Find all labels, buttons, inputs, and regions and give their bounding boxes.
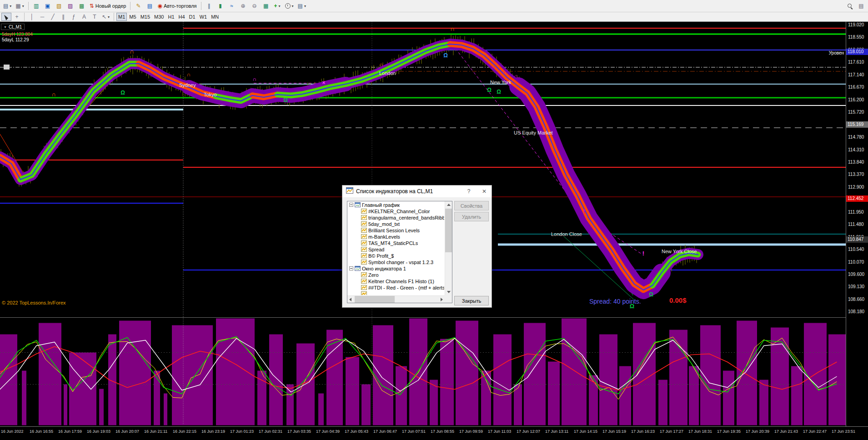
histogram-bar [0, 335, 17, 425]
histogram-bar [791, 366, 803, 425]
price-scale[interactable]: 119.020118.550118.080117.610117.140116.6… [846, 22, 868, 426]
zoom-out-icon: ⊖ [252, 3, 257, 9]
timeframe-h4[interactable]: H4 [177, 13, 187, 21]
symbol-tab[interactable]: ▼ CL,M1 [1, 24, 25, 30]
vertical-line-button[interactable]: │ [27, 13, 37, 21]
new-chart-button[interactable]: ▤▾ [1, 1, 13, 11]
histogram-bar [164, 394, 167, 425]
histogram-bar [64, 385, 67, 425]
scroll-up-icon[interactable] [447, 204, 451, 206]
templates-button[interactable]: ▤▾ [296, 1, 308, 11]
indicator-name: ##TDI - Red - Green - (mtf + alerts +arr [368, 285, 444, 290]
navigator-button[interactable]: ▧ [54, 1, 65, 11]
properties-button[interactable]: Свойства [454, 201, 489, 210]
window-list-button[interactable]: ▤ [856, 1, 867, 11]
expander-icon[interactable] [349, 266, 353, 271]
timeframe-m15[interactable]: M15 [139, 13, 152, 21]
chart-text-profit-label: 0.00$ [669, 296, 687, 304]
histogram-bar [633, 323, 656, 425]
trendline-button[interactable]: ╱ [48, 13, 58, 21]
indicator-item-row[interactable]: Keltner Channels F1 Histo (1) [348, 278, 444, 285]
indicator-item-row[interactable] [348, 291, 444, 295]
timeframe-m1[interactable]: M1 [116, 13, 127, 21]
indicator-item-row[interactable]: 5day_mod_txt [348, 221, 444, 227]
indicator-item-row[interactable]: Brilliant Session Levels [348, 227, 444, 234]
arrows-button[interactable]: ↖▾ [100, 13, 111, 21]
zoom-out-button[interactable]: ⊖ [249, 1, 260, 11]
price-scale-label: 109.600 [848, 272, 864, 277]
indicator-group-row[interactable]: Окно индикатора 1 [348, 265, 444, 272]
vertical-scrollbar[interactable] [445, 201, 452, 295]
indicator-list[interactable]: Главный график#KELTNER_Channel_Colortria… [347, 201, 452, 303]
timeframe-h1[interactable]: H1 [166, 13, 176, 21]
indicator-item-row[interactable]: Zero [348, 272, 444, 278]
channel-button[interactable]: ∥ [58, 13, 68, 21]
indicator-item-row[interactable]: Spread [348, 246, 444, 253]
candlestick-button[interactable]: ▮ [215, 1, 226, 11]
horizontal-line-button[interactable]: ─ [37, 13, 47, 21]
signal-marker-icon: ! [583, 208, 585, 215]
scroll-right-icon[interactable] [441, 298, 443, 301]
metaeditor-button[interactable]: ✎ [133, 1, 144, 11]
indicator-item-row[interactable]: #KELTNER_Channel_Color [348, 208, 444, 215]
dialog-close-icon[interactable]: ✕ [478, 185, 491, 197]
timeframe-mn[interactable]: MN [209, 13, 221, 21]
time-axis-label: 17 Jun 02:31 [259, 429, 282, 434]
timeframe-w1[interactable]: W1 [198, 13, 209, 21]
dialog-help-button[interactable]: ? [462, 185, 475, 197]
text-label-button[interactable]: T [90, 13, 100, 21]
crosshair-button[interactable]: + [12, 13, 22, 21]
histogram-bar [286, 385, 294, 425]
timeframe-m5[interactable]: M5 [127, 13, 138, 21]
time-axis-label: 16 Jun 17:59 [58, 429, 82, 434]
zoom-in-button[interactable]: ⊕ [238, 1, 249, 11]
delete-button[interactable]: Удалить [454, 212, 489, 221]
close-button[interactable]: Закрыть [454, 296, 489, 305]
search-button[interactable] [844, 1, 855, 11]
indicator-item-row[interactable]: Symbol changer - vspat 1.2.3 [348, 259, 444, 265]
scrollbar-thumb[interactable] [355, 296, 395, 303]
indicator-name: B© Profit_$ [368, 253, 394, 259]
timeframe-d1[interactable]: D1 [187, 13, 197, 21]
navigator-icon: ▧ [56, 3, 61, 9]
time-axis[interactable]: 16 Jun 202216 Jun 16:5516 Jun 17:5916 Ju… [0, 426, 868, 440]
auto-trading-button[interactable]: ◉Авто-торговля [156, 1, 198, 11]
search-icon [847, 3, 853, 9]
cursor-button[interactable] [1, 13, 11, 21]
fibonacci-button[interactable]: ƒ [69, 13, 79, 21]
scroll-left-icon[interactable] [349, 298, 351, 301]
indicator-group-row[interactable]: Главный график [348, 202, 444, 208]
chart-text-spread-label: Spread: 40 points. [589, 298, 641, 305]
market-watch-button[interactable]: ▥ [31, 1, 42, 11]
indicator-item-row[interactable]: B© Profit_$ [348, 253, 444, 259]
strategy-tester-button[interactable]: ▩ [76, 1, 87, 11]
terminal-button[interactable]: ▨ [65, 1, 76, 11]
indicator-pane-canvas[interactable] [0, 318, 846, 426]
line-chart-button[interactable]: ≈ [226, 1, 237, 11]
toolbar-separator [130, 2, 130, 10]
histogram-bar [689, 366, 699, 425]
history-center-button[interactable]: ▤ [144, 1, 155, 11]
metaeditor-icon: ✎ [136, 3, 140, 9]
indicator-item-row[interactable]: triangularma_centered_bandsRibbonV3 [348, 215, 444, 221]
data-window-button[interactable]: ▣ [42, 1, 53, 11]
time-axis-label: 17 Jun 15:19 [602, 429, 626, 434]
bar-chart-button[interactable]: ∥ [204, 1, 215, 11]
histogram-bar [737, 321, 757, 425]
text-button[interactable]: A [79, 13, 89, 21]
dialog-titlebar[interactable]: Список индикаторов на CL,M1 ? ✕ [342, 185, 492, 197]
timeframe-m30[interactable]: M30 [152, 13, 166, 21]
profiles-button[interactable]: ▦▾ [14, 1, 25, 11]
horizontal-scrollbar[interactable] [347, 295, 445, 303]
scrollbar-thumb[interactable] [445, 209, 452, 252]
indicator-item-row[interactable]: m-BankLevels [348, 234, 444, 240]
indicator-icon [361, 253, 367, 259]
periods-button[interactable]: ▾ [283, 1, 296, 11]
expander-icon[interactable] [349, 202, 353, 208]
indicator-item-row[interactable]: TAS_MT4_StaticPCLs [348, 240, 444, 246]
indicators-button[interactable]: +▾ [272, 1, 283, 11]
tile-windows-button[interactable]: ▦ [261, 1, 271, 11]
new-order-button[interactable]: ⇅Новый ордер [88, 1, 128, 11]
indicator-item-row[interactable]: ##TDI - Red - Green - (mtf + alerts +arr [348, 285, 444, 291]
scroll-down-icon[interactable] [447, 291, 451, 293]
